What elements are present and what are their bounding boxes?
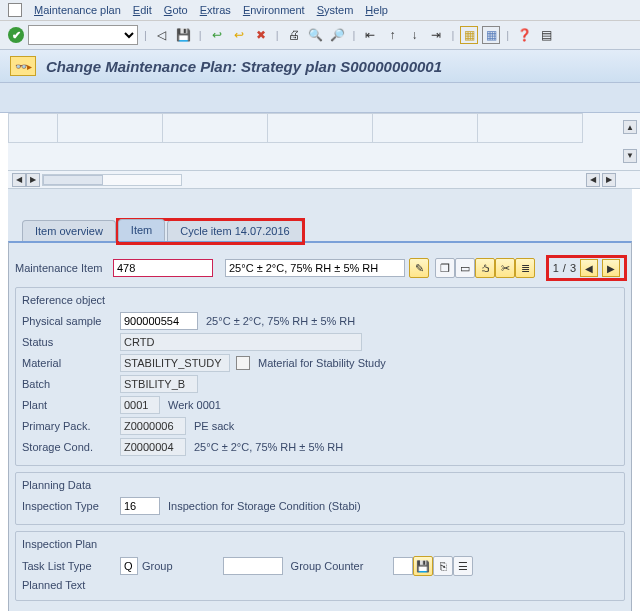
help-icon[interactable]: ❓ — [515, 26, 533, 44]
grid-cell[interactable] — [163, 113, 268, 143]
plant-desc: Werk 0001 — [168, 399, 221, 411]
group-counter-input[interactable] — [393, 557, 413, 575]
task-list-type-desc: Group — [142, 560, 173, 572]
hscroll-track[interactable] — [42, 174, 182, 186]
inspection-plan-group: Inspection Plan Task List Type Group Gro… — [15, 531, 625, 601]
standard-toolbar: ✔ | ◁ 💾 | ↩ ↩ ✖ | 🖨 🔍 🔎 | ⇤ ↑ ↓ ⇥ | ▦ ▦ … — [0, 21, 640, 50]
last-page-icon[interactable]: ⇥ — [427, 26, 445, 44]
back-icon[interactable]: ◁ — [153, 26, 171, 44]
material-desc: Material for Stability Study — [258, 357, 386, 369]
plant-label: Plant — [20, 399, 120, 411]
shortcut-icon[interactable]: ▦ — [482, 26, 500, 44]
pager-next-icon[interactable]: ▶ — [602, 259, 620, 277]
first-page-icon[interactable]: ⇤ — [361, 26, 379, 44]
window-menu-icon[interactable] — [8, 3, 22, 17]
tabstrip: Item overview Item Cycle item 14.07.2016 — [22, 219, 632, 241]
task-list-type-label: Task List Type — [20, 560, 120, 572]
app-toolbar-band — [0, 83, 640, 113]
planned-text-label: Planned Text — [20, 579, 120, 591]
menu-goto[interactable]: Goto — [164, 4, 188, 16]
inspection-type-desc: Inspection for Storage Condition (Stabi) — [168, 500, 361, 512]
copy-icon[interactable]: ❐ — [435, 258, 455, 278]
cancel-icon[interactable]: ↩ — [230, 26, 248, 44]
inspection-type-input[interactable] — [120, 497, 160, 515]
status-value: CRTD — [120, 333, 362, 351]
prev-page-icon[interactable]: ↑ — [383, 26, 401, 44]
print-icon[interactable]: 🖨 — [285, 26, 303, 44]
scroll-up-icon[interactable]: ▲ — [623, 120, 637, 134]
material-checkbox[interactable] — [236, 356, 250, 370]
group-input[interactable] — [223, 557, 283, 575]
find-icon[interactable]: 🔍 — [307, 26, 325, 44]
group-counter-label: Group Counter — [291, 560, 364, 572]
menu-edit[interactable]: Edit — [133, 4, 152, 16]
schedule-grid: ▲ ▼ — [8, 113, 640, 171]
reference-object-title: Reference object — [20, 292, 620, 312]
item-pager: 1 / 3 ◀ ▶ — [546, 255, 627, 281]
physical-sample-input[interactable] — [120, 312, 198, 330]
app-icon[interactable]: 👓▸ — [10, 56, 36, 76]
menubar: Maintenance plan Edit Goto Extras Enviro… — [0, 0, 640, 21]
primary-pack-value: Z0000006 — [120, 417, 186, 435]
assign-icon[interactable]: 🖒 — [475, 258, 495, 278]
new-session-icon[interactable]: ▦ — [460, 26, 478, 44]
scroll-left-icon[interactable]: ◀ — [12, 173, 26, 187]
find-next-icon[interactable]: 🔎 — [329, 26, 347, 44]
choose-icon[interactable]: ⎘ — [433, 556, 453, 576]
planning-data-title: Planning Data — [20, 477, 620, 497]
enter-icon[interactable]: ✔ — [8, 27, 24, 43]
grid-cell[interactable] — [58, 113, 163, 143]
exit-icon[interactable]: ↩ — [208, 26, 226, 44]
detail-icon[interactable]: ☰ — [453, 556, 473, 576]
list-icon[interactable]: ≣ — [515, 258, 535, 278]
storage-cond-label: Storage Cond. — [20, 441, 120, 453]
scroll-left2-icon[interactable]: ◀ — [586, 173, 600, 187]
save-selection-icon[interactable]: 💾 — [413, 556, 433, 576]
save-icon[interactable]: 💾 — [175, 26, 193, 44]
batch-label: Batch — [20, 378, 120, 390]
pager-prev-icon[interactable]: ◀ — [580, 259, 598, 277]
scroll-right-icon[interactable]: ▶ — [26, 173, 40, 187]
tab-item-overview[interactable]: Item overview — [22, 220, 116, 241]
menu-extras[interactable]: Extras — [200, 4, 231, 16]
local-layout-icon[interactable]: ▤ — [537, 26, 555, 44]
maint-item-id-input[interactable] — [113, 259, 213, 277]
edit-text-icon[interactable]: ✎ — [409, 258, 429, 278]
menu-help[interactable]: Help — [365, 4, 388, 16]
maint-item-label: Maintenance Item — [13, 262, 113, 274]
hscroll-thumb[interactable] — [43, 175, 103, 185]
storage-cond-desc: 25°C ± 2°C, 75% RH ± 5% RH — [194, 441, 343, 453]
create-icon[interactable]: ▭ — [455, 258, 475, 278]
planning-data-group: Planning Data Inspection Type Inspection… — [15, 472, 625, 525]
tab-body: Maintenance Item ✎ ❐ ▭ 🖒 ✂ ≣ 1 / 3 ◀ ▶ R… — [8, 241, 632, 611]
grid-cell[interactable] — [478, 113, 583, 143]
grid-cell[interactable] — [268, 113, 373, 143]
grid-cell[interactable] — [373, 113, 478, 143]
task-list-type-input[interactable] — [120, 557, 138, 575]
scroll-right2-icon[interactable]: ▶ — [602, 173, 616, 187]
physical-sample-desc: 25°C ± 2°C, 75% RH ± 5% RH — [206, 315, 355, 327]
page-title: Change Maintenance Plan: Strategy plan S… — [46, 58, 442, 75]
delete-icon[interactable]: ✂ — [495, 258, 515, 278]
tab-item[interactable]: Item — [118, 219, 165, 241]
titlebar: 👓▸ Change Maintenance Plan: Strategy pla… — [0, 50, 640, 83]
menu-system[interactable]: System — [317, 4, 354, 16]
next-page-icon[interactable]: ↓ — [405, 26, 423, 44]
batch-value: STBILITY_B — [120, 375, 198, 393]
command-field[interactable] — [28, 25, 138, 45]
primary-pack-label: Primary Pack. — [20, 420, 120, 432]
primary-pack-desc: PE sack — [194, 420, 234, 432]
scroll-down-icon[interactable]: ▼ — [623, 149, 637, 163]
pager-sep: / — [563, 262, 566, 274]
maint-item-desc-input[interactable] — [225, 259, 405, 277]
inspection-plan-title: Inspection Plan — [20, 536, 620, 556]
storage-cond-value: Z0000004 — [120, 438, 186, 456]
pager-total: 3 — [570, 262, 576, 274]
grid-hscroll: ◀ ▶ ◀ ▶ — [8, 171, 640, 189]
menu-environment[interactable]: Environment — [243, 4, 305, 16]
material-label: Material — [20, 357, 120, 369]
inspection-type-label: Inspection Type — [20, 500, 120, 512]
grid-cell[interactable] — [8, 113, 58, 143]
menu-maintenance-plan[interactable]: Maintenance plan — [34, 4, 121, 16]
close-icon[interactable]: ✖ — [252, 26, 270, 44]
